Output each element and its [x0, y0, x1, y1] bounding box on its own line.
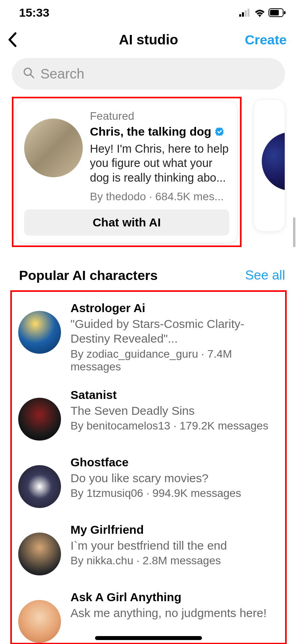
svg-rect-1 — [242, 12, 244, 17]
search-icon — [23, 67, 35, 80]
character-item[interactable]: Astrologer Ai "Guided by Stars-Cosmic Cl… — [17, 297, 280, 383]
character-name: Ask A Girl Anything — [70, 590, 279, 604]
featured-carousel[interactable]: Featured Chris, the talking dog Hey! I'm… — [0, 97, 297, 247]
character-byline: By 1tzmusiq06 · 994.9K messages — [70, 487, 279, 500]
featured-label: Featured — [90, 110, 229, 123]
character-description: The Seven Deadly Sins — [70, 403, 279, 418]
character-description: Do you like scary movies? — [70, 471, 279, 486]
character-byline: By benitocamelos13 · 179.2K messages — [70, 420, 279, 432]
search-input[interactable]: Search — [12, 58, 285, 90]
chevron-left-icon — [8, 32, 17, 47]
svg-line-8 — [30, 75, 34, 78]
nav-bar: AI studio Create — [0, 24, 297, 54]
svg-rect-0 — [239, 14, 241, 17]
back-button[interactable] — [8, 32, 24, 48]
highlight-box: Featured Chris, the talking dog Hey! I'm… — [12, 97, 242, 247]
scroll-indicator — [293, 217, 295, 247]
featured-card[interactable]: Featured Chris, the talking dog Hey! I'm… — [16, 101, 238, 243]
character-byline: By zodiac_guidance_guru · 7.4M messages — [70, 348, 279, 373]
character-name: Satanist — [70, 388, 279, 402]
page-title: AI studio — [119, 32, 178, 48]
avatar — [18, 533, 61, 575]
status-bar: 15:33 — [0, 0, 297, 24]
character-item[interactable]: Ghostface Do you like scary movies? By 1… — [17, 451, 280, 518]
character-item[interactable]: Satanist The Seven Deadly Sins By benito… — [17, 383, 280, 451]
character-byline: By nikka.chu · 2.8M messages — [70, 554, 279, 567]
avatar — [18, 600, 61, 643]
svg-rect-2 — [245, 10, 247, 17]
svg-rect-6 — [284, 11, 286, 14]
status-time: 15:33 — [19, 6, 50, 19]
see-all-button[interactable]: See all — [245, 268, 285, 283]
character-description: Ask me anything, no judgments here! — [70, 606, 279, 621]
status-indicators — [239, 8, 286, 17]
svg-rect-3 — [248, 9, 249, 17]
section-header: Popular AI characters See all — [0, 247, 297, 290]
character-description: "Guided by Stars-Cosmic Clarity-Destiny … — [70, 316, 279, 346]
create-button[interactable]: Create — [245, 32, 287, 48]
wifi-icon — [254, 8, 265, 17]
character-name: My Girlfriend — [70, 523, 279, 537]
character-item[interactable]: My Girlfriend I`m your bestfriend till t… — [17, 518, 280, 586]
character-name: Astrologer Ai — [70, 301, 279, 315]
featured-description: Hey! I'm Chris, here to help you figure … — [90, 142, 229, 185]
search-placeholder: Search — [40, 66, 84, 82]
avatar — [262, 132, 285, 191]
cellular-signal-icon — [239, 9, 251, 17]
svg-rect-5 — [270, 10, 279, 15]
character-item[interactable]: Ask A Girl Anything Ask me anything, no … — [17, 586, 280, 643]
character-description: I`m your bestfriend till the end — [70, 538, 279, 553]
verified-badge-icon — [215, 127, 224, 136]
section-title: Popular AI characters — [19, 268, 158, 283]
highlight-box-list: Astrologer Ai "Guided by Stars-Cosmic Cl… — [10, 290, 287, 644]
character-name: Ghostface — [70, 456, 279, 469]
avatar — [18, 465, 61, 508]
avatar — [24, 119, 83, 177]
featured-name: Chris, the talking dog — [90, 125, 211, 138]
home-indicator[interactable] — [95, 636, 202, 640]
avatar — [18, 311, 61, 354]
featured-byline: By thedodo · 684.5K mes... — [90, 190, 229, 203]
chat-with-ai-button[interactable]: Chat with AI — [24, 209, 229, 236]
featured-card-peek[interactable] — [253, 99, 285, 232]
avatar — [18, 398, 61, 441]
battery-icon — [268, 8, 286, 17]
